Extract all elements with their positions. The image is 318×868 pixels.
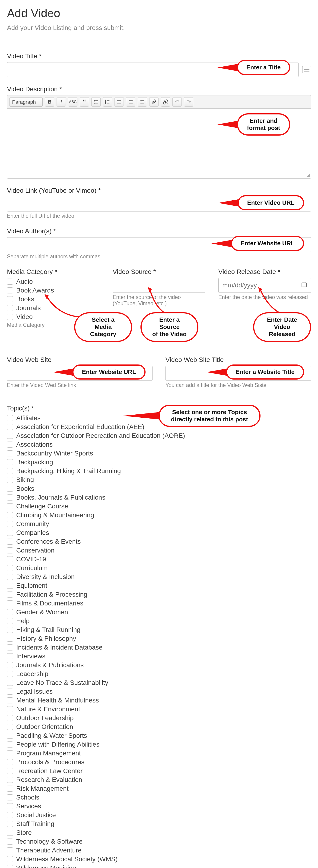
topic-option[interactable]: Paddling & Water Sports [7, 732, 311, 739]
topic-option[interactable]: Facilitation & Processing [7, 591, 311, 598]
topic-option[interactable]: Therapeutic Adventure [7, 847, 311, 854]
topic-option[interactable]: Backpacking, Hiking & Trail Running [7, 467, 311, 475]
checkbox-icon[interactable] [7, 724, 13, 730]
checkbox-icon[interactable] [7, 830, 13, 836]
checkbox-icon[interactable] [7, 645, 13, 650]
calendar-icon[interactable] [301, 282, 307, 289]
topic-option[interactable]: Legal Issues [7, 688, 311, 695]
topic-option[interactable]: Equipment [7, 582, 311, 589]
checkbox-icon[interactable] [7, 583, 13, 589]
topic-option[interactable]: Wilderness Medicine [7, 864, 311, 868]
checkbox-icon[interactable] [7, 565, 13, 571]
checkbox-icon[interactable] [7, 538, 13, 545]
checkbox-icon[interactable] [7, 733, 13, 739]
topic-option[interactable]: Recreation Law Center [7, 767, 311, 775]
checkbox-icon[interactable] [7, 671, 13, 677]
topic-option[interactable]: Books, Journals & Publications [7, 494, 311, 501]
quote-button[interactable]: “ [80, 97, 89, 106]
format-select[interactable]: Paragraph [9, 97, 43, 106]
checkbox-icon[interactable] [7, 777, 13, 783]
topic-option[interactable]: Diversity & Inclusion [7, 573, 311, 581]
topic-option[interactable]: Services [7, 803, 311, 810]
topic-option[interactable]: Technology & Software [7, 838, 311, 845]
topic-option[interactable]: Store [7, 829, 311, 836]
topic-option[interactable]: Challenge Course [7, 503, 311, 510]
link-button[interactable] [149, 97, 158, 106]
topic-option[interactable]: Outdoor Orientation [7, 723, 311, 731]
video-website-title-input[interactable] [166, 366, 311, 381]
topic-option[interactable]: Conservation [7, 547, 311, 554]
video-title-input[interactable] [7, 62, 298, 77]
checkbox-icon[interactable] [7, 865, 13, 868]
checkbox-icon[interactable] [7, 477, 13, 483]
video-website-input[interactable] [7, 366, 152, 381]
topic-option[interactable]: Backpacking [7, 459, 311, 466]
topic-option[interactable]: COVID-19 [7, 556, 311, 563]
checkbox-icon[interactable] [7, 415, 13, 421]
media-category-option[interactable]: Book Awards [7, 287, 100, 294]
topic-option[interactable]: Outdoor Leadership [7, 714, 311, 722]
checkbox-icon[interactable] [7, 803, 13, 809]
topic-option[interactable]: Social Justice [7, 811, 311, 819]
checkbox-icon[interactable] [7, 795, 13, 801]
topic-option[interactable]: Staff Training [7, 820, 311, 828]
checkbox-icon[interactable] [7, 821, 13, 827]
checkbox-icon[interactable] [7, 574, 13, 580]
checkbox-icon[interactable] [7, 459, 13, 465]
checkbox-icon[interactable] [7, 785, 13, 792]
checkbox-icon[interactable] [7, 609, 13, 615]
checkbox-icon[interactable] [7, 521, 13, 527]
checkbox-icon[interactable] [7, 548, 13, 553]
checkbox-icon[interactable] [7, 494, 13, 500]
checkbox-icon[interactable] [7, 856, 13, 862]
bold-button[interactable]: B [45, 97, 54, 106]
align-right-button[interactable] [138, 97, 147, 106]
topic-option[interactable]: Protocols & Procedures [7, 758, 311, 766]
topic-option[interactable]: Incidents & Incident Database [7, 644, 311, 651]
topic-option[interactable]: Films & Documentaries [7, 600, 311, 607]
align-center-button[interactable] [126, 97, 135, 106]
checkbox-icon[interactable] [7, 706, 13, 712]
checkbox-icon[interactable] [7, 530, 13, 536]
checkbox-icon[interactable] [7, 636, 13, 642]
checkbox-icon[interactable] [7, 627, 13, 633]
checkbox-icon[interactable] [7, 556, 13, 562]
number-list-button[interactable]: 123 [103, 97, 112, 106]
checkbox-icon[interactable] [7, 512, 13, 518]
media-category-option[interactable]: Audio [7, 278, 100, 285]
topic-option[interactable]: Biking [7, 476, 311, 484]
topic-option[interactable]: People with Differing Abilities [7, 741, 311, 748]
checkbox-icon[interactable] [7, 279, 13, 285]
checkbox-icon[interactable] [7, 688, 13, 694]
undo-button[interactable]: ↶ [172, 97, 182, 106]
checkbox-icon[interactable] [7, 314, 13, 320]
checkbox-icon[interactable] [7, 441, 13, 447]
checkbox-icon[interactable] [7, 662, 13, 668]
unlink-button[interactable] [161, 97, 170, 106]
resize-handle-icon[interactable]: ◢ [307, 172, 310, 178]
checkbox-icon[interactable] [7, 715, 13, 721]
topic-option[interactable]: Climbing & Mountaineering [7, 512, 311, 519]
bullet-list-button[interactable] [91, 97, 101, 106]
topic-option[interactable]: Journals & Publications [7, 661, 311, 669]
topic-option[interactable]: Affiliates [7, 414, 311, 422]
topic-option[interactable]: Books [7, 485, 311, 492]
checkbox-icon[interactable] [7, 618, 13, 624]
topic-option[interactable]: Conferences & Events [7, 538, 311, 545]
contact-card-icon[interactable] [302, 66, 311, 73]
topic-option[interactable]: Association for Outdoor Recreation and E… [7, 432, 311, 439]
topic-option[interactable]: Risk Management [7, 785, 311, 792]
checkbox-icon[interactable] [7, 847, 13, 854]
checkbox-icon[interactable] [7, 296, 13, 302]
checkbox-icon[interactable] [7, 750, 13, 756]
strike-button[interactable]: ABC [68, 97, 77, 106]
checkbox-icon[interactable] [7, 433, 13, 439]
checkbox-icon[interactable] [7, 812, 13, 818]
checkbox-icon[interactable] [7, 698, 13, 704]
checkbox-icon[interactable] [7, 503, 13, 509]
topic-option[interactable]: Research & Evaluation [7, 776, 311, 783]
checkbox-icon[interactable] [7, 680, 13, 686]
checkbox-icon[interactable] [7, 486, 13, 492]
checkbox-icon[interactable] [7, 600, 13, 607]
video-link-input[interactable] [7, 197, 311, 212]
